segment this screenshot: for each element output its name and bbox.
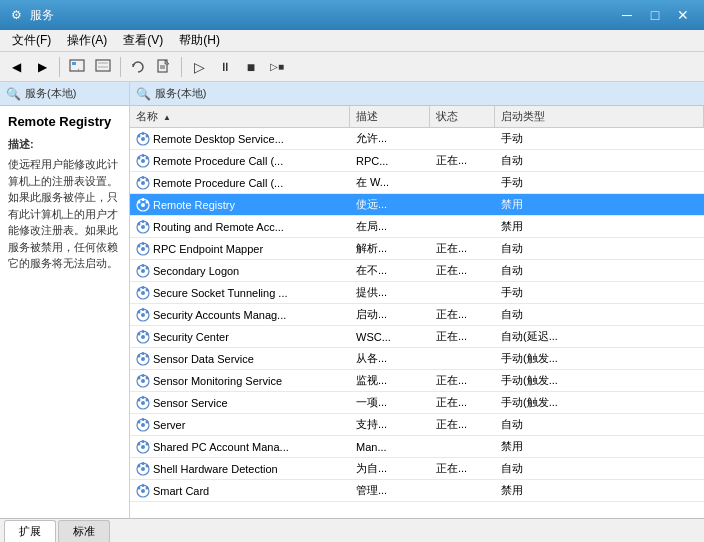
cell-startup: 禁用 <box>495 436 704 457</box>
cell-status: 正在... <box>430 414 495 435</box>
table-row[interactable]: Server 支持...正在...自动 <box>130 414 704 436</box>
cell-name: Security Accounts Manag... <box>130 304 350 325</box>
cell-startup: 自动 <box>495 458 704 479</box>
svg-point-77 <box>141 423 145 427</box>
toolbar-back[interactable]: ◀ <box>4 55 28 79</box>
menu-help[interactable]: 帮助(H) <box>171 30 228 51</box>
table-row[interactable]: Shared PC Account Mana... Man...禁用 <box>130 436 704 458</box>
svg-point-82 <box>141 445 145 449</box>
toolbar-up[interactable]: ↑ <box>65 55 89 79</box>
left-panel: 🔍 服务(本地) Remote Registry 描述: 使远程用户能修改此计算… <box>0 82 130 518</box>
svg-point-37 <box>141 247 145 251</box>
toolbar-forward[interactable]: ▶ <box>30 55 54 79</box>
service-description: 使远程用户能修改此计算机上的注册表设置。如果此服务被停止，只有此计算机上的用户才… <box>8 156 121 272</box>
cell-startup: 手动 <box>495 282 704 303</box>
cell-status: 正在... <box>430 326 495 347</box>
col-desc[interactable]: 描述 <box>350 106 430 127</box>
svg-point-34 <box>138 222 141 225</box>
cell-name: Shared PC Account Mana... <box>130 436 350 457</box>
table-row[interactable]: Sensor Data Service 从各...手动(触发... <box>130 348 704 370</box>
close-button[interactable]: ✕ <box>670 5 696 25</box>
table-row[interactable]: Shell Hardware Detection 为自...正在...自动 <box>130 458 704 480</box>
svg-text:↑: ↑ <box>77 67 80 73</box>
svg-point-55 <box>142 308 145 311</box>
selected-service-title: Remote Registry <box>8 114 121 129</box>
svg-point-22 <box>141 181 145 185</box>
col-name[interactable]: 名称 ▲ <box>130 106 350 127</box>
toolbar-restart[interactable]: ▷■ <box>265 55 289 79</box>
svg-rect-5 <box>98 66 108 68</box>
menu-file[interactable]: 文件(F) <box>4 30 59 51</box>
svg-point-62 <box>141 357 145 361</box>
table-row[interactable]: Security Accounts Manag... 启动...正在...自动 <box>130 304 704 326</box>
svg-point-19 <box>138 156 141 159</box>
menu-action[interactable]: 操作(A) <box>59 30 115 51</box>
svg-point-60 <box>142 330 145 333</box>
service-icon <box>136 286 150 300</box>
table-row[interactable]: Remote Procedure Call (... RPC...正在...自动 <box>130 150 704 172</box>
toolbar-refresh[interactable] <box>126 55 150 79</box>
cell-desc: 为自... <box>350 458 430 479</box>
table-row[interactable]: Remote Registry 使远...禁用 <box>130 194 704 216</box>
table-row[interactable]: Secure Socket Tunneling ... 提供...手动 <box>130 282 704 304</box>
cell-desc: 一项... <box>350 392 430 413</box>
cell-startup: 手动(触发... <box>495 348 704 369</box>
table-row[interactable]: Sensor Service 一项...正在...手动(触发... <box>130 392 704 414</box>
table-row[interactable]: Sensor Monitoring Service 监视...正在...手动(触… <box>130 370 704 392</box>
service-icon <box>136 198 150 212</box>
svg-point-64 <box>138 354 141 357</box>
svg-point-13 <box>146 134 149 137</box>
tab-standard[interactable]: 标准 <box>58 520 110 542</box>
svg-point-74 <box>138 398 141 401</box>
tab-extended[interactable]: 扩展 <box>4 520 56 542</box>
table-row[interactable]: Smart Card 管理...禁用 <box>130 480 704 502</box>
maximize-button[interactable]: □ <box>642 5 668 25</box>
svg-point-33 <box>146 222 149 225</box>
service-icon <box>136 176 150 190</box>
cell-name: Remote Desktop Service... <box>130 128 350 149</box>
svg-point-35 <box>142 220 145 223</box>
col-status[interactable]: 状态 <box>430 106 495 127</box>
col-startup[interactable]: 启动类型 <box>495 106 704 127</box>
svg-point-78 <box>146 420 149 423</box>
cell-status <box>430 348 495 369</box>
toolbar-show[interactable] <box>91 55 115 79</box>
service-icon <box>136 132 150 146</box>
svg-point-17 <box>141 159 145 163</box>
table-row[interactable]: Remote Desktop Service... 允许...手动 <box>130 128 704 150</box>
table-row[interactable]: Remote Procedure Call (... 在 W...手动 <box>130 172 704 194</box>
svg-point-54 <box>138 310 141 313</box>
table-row[interactable]: RPC Endpoint Mapper 解析...正在...自动 <box>130 238 704 260</box>
svg-point-27 <box>141 203 145 207</box>
menu-bar: 文件(F) 操作(A) 查看(V) 帮助(H) <box>0 30 704 52</box>
svg-point-15 <box>142 132 145 135</box>
svg-rect-4 <box>98 62 108 64</box>
cell-status <box>430 282 495 303</box>
cell-status <box>430 128 495 149</box>
cell-desc: 提供... <box>350 282 430 303</box>
svg-point-75 <box>142 396 145 399</box>
toolbar-play[interactable]: ▷ <box>187 55 211 79</box>
minimize-button[interactable]: ─ <box>614 5 640 25</box>
svg-point-42 <box>141 269 145 273</box>
window-title: 服务 <box>30 7 614 24</box>
cell-status: 正在... <box>430 238 495 259</box>
table-row[interactable]: Routing and Remote Acc... 在局...禁用 <box>130 216 704 238</box>
cell-startup: 自动 <box>495 304 704 325</box>
bottom-tabs: 扩展 标准 <box>0 518 704 542</box>
svg-point-79 <box>138 420 141 423</box>
toolbar-sep-2 <box>120 57 121 77</box>
svg-point-84 <box>138 442 141 445</box>
cell-status: 正在... <box>430 304 495 325</box>
service-table[interactable]: 名称 ▲ 描述 状态 启动类型 Remote Desktop Service..… <box>130 106 704 518</box>
toolbar-stop[interactable]: ■ <box>239 55 263 79</box>
table-row[interactable]: Secondary Logon 在不...正在...自动 <box>130 260 704 282</box>
table-row[interactable]: Security Center WSC...正在...自动(延迟... <box>130 326 704 348</box>
cell-startup: 自动(延迟... <box>495 326 704 347</box>
cell-startup: 自动 <box>495 260 704 281</box>
toolbar-export[interactable] <box>152 55 176 79</box>
menu-view[interactable]: 查看(V) <box>115 30 171 51</box>
toolbar-pause[interactable]: ⏸ <box>213 55 237 79</box>
svg-point-14 <box>138 134 141 137</box>
cell-startup: 手动(触发... <box>495 370 704 391</box>
